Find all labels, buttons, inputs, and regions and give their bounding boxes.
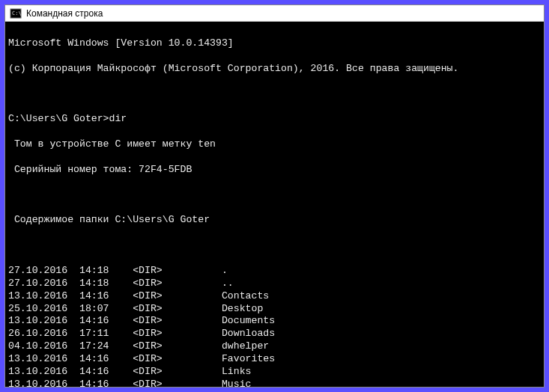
dir-entry: 27.10.2016 14:18 <DIR> .. [8, 278, 541, 290]
blank [8, 239, 541, 252]
terminal-area[interactable]: Microsoft Windows [Version 10.0.14393] (… [5, 22, 544, 387]
dir-entry: 25.10.2016 18:07 <DIR> Desktop [8, 303, 541, 316]
dir-entry: 04.10.2016 17:24 <DIR> dwhelper [8, 340, 541, 353]
cmd-icon: C:\ [10, 7, 22, 19]
prompt-command: dir [109, 113, 127, 124]
blank [8, 88, 541, 100]
dir-entry: 26.10.2016 17:11 <DIR> Downloads [8, 328, 541, 340]
copyright-line: (c) Корпорация Майкрософт (Microsoft Cor… [8, 63, 541, 76]
volume-line: Том в устройстве C имеет метку ten [8, 138, 541, 151]
svg-text:C:\: C:\ [12, 10, 22, 16]
serial-line: Серийный номер тома: 72F4-5FDB [8, 164, 541, 177]
dir-entry: 13.10.2016 14:16 <DIR> Documents [8, 315, 541, 328]
window-title: Командная строка [26, 8, 103, 19]
contents-line: Содержимое папки C:\Users\G Goter [8, 214, 541, 227]
titlebar[interactable]: C:\ Командная строка [5, 5, 544, 22]
cmd-window: C:\ Командная строка Microsoft Windows [… [4, 4, 545, 388]
dir-entry: 13.10.2016 14:16 <DIR> Links [8, 366, 541, 379]
prompt-line-1: C:\Users\G Goter>dir [8, 113, 541, 126]
dir-listing: 27.10.2016 14:18 <DIR> .27.10.2016 14:18… [8, 265, 541, 387]
dir-entry: 13.10.2016 14:16 <DIR> Music [8, 379, 541, 387]
dir-entry: 13.10.2016 14:16 <DIR> Contacts [8, 290, 541, 303]
version-line: Microsoft Windows [Version 10.0.14393] [8, 37, 541, 50]
prompt-path: C:\Users\G Goter> [8, 113, 109, 124]
blank [8, 189, 541, 202]
dir-entry: 27.10.2016 14:18 <DIR> . [8, 265, 541, 278]
dir-entry: 13.10.2016 14:16 <DIR> Favorites [8, 353, 541, 366]
